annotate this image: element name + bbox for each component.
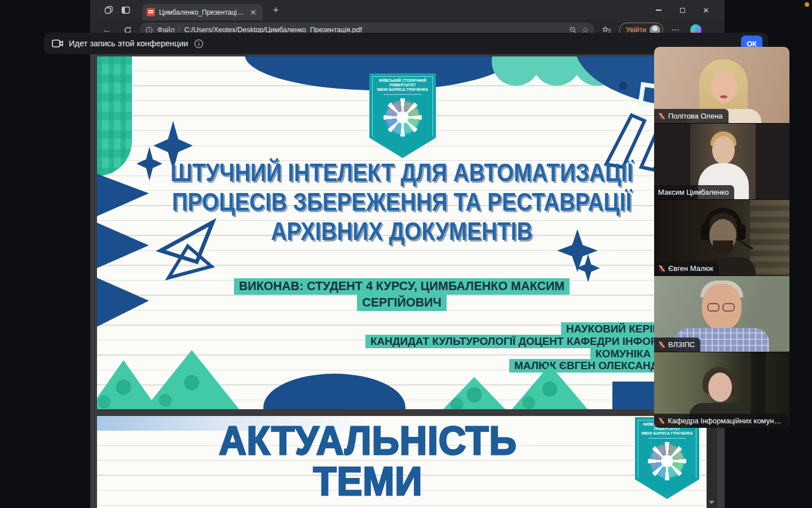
author-block: ВИКОНАВ: СТУДЕНТ 4 КУРСУ, ЦИМБАЛЕНКО МАК… <box>97 278 707 311</box>
shield-divider <box>383 94 422 95</box>
recording-banner-text: Идет запись этой конференции <box>69 39 188 48</box>
starburst-emblem-icon <box>647 441 687 481</box>
participant-name: Кафедра Інформаційних комуніка... <box>668 417 782 425</box>
window-controls: ✕ <box>649 3 725 17</box>
minimize-icon[interactable] <box>649 3 668 17</box>
participant-tile[interactable]: ВЛЗІПС <box>654 275 789 352</box>
new-tab-icon[interactable]: + <box>270 5 283 16</box>
active-tab[interactable]: Цимбаленко_Презентація.pdf ✕ <box>142 4 263 20</box>
slide2-title-line: ТЕМИ <box>108 461 628 502</box>
participant-tile[interactable]: Політова Олена <box>654 47 789 123</box>
participant-name-tag: ВЛЗІПС <box>654 338 700 352</box>
banner-info-icon[interactable] <box>194 39 204 49</box>
university-shield-logo: КИЇВСЬКИЙ СТОЛИЧНИЙ УНІВЕРСИТЕТ ІМЕНІ БО… <box>369 73 436 158</box>
supervisor-line: МАЛЮК ЄВГЕН ОЛЕКСАНДРО <box>509 359 678 373</box>
decoration-navy-mound <box>263 374 405 409</box>
slide-title-line: ПРОЦЕСІВ ЗБЕРЕЖЕННЯ ТА РЕСТАВРАЦІЇ <box>140 187 664 217</box>
participant-name-tag: Політова Олена <box>654 109 729 123</box>
scroll-down-icon[interactable] <box>709 501 714 504</box>
decoration-mountain <box>97 360 158 409</box>
university-shield-logo: КИЇВСЬКИЙ СТОЛИЧНИЙ УНІВЕРСИТЕТ ІМЕНІ БО… <box>635 417 699 499</box>
participant-name: Максим Цимбаленко <box>658 188 729 196</box>
muted-mic-icon <box>658 265 665 272</box>
recording-camera-icon <box>52 40 63 47</box>
muted-mic-icon <box>658 417 665 424</box>
author-line: СЕРГІЙОВИЧ <box>357 295 447 311</box>
zoom-screen-share-view: Цимбаленко_Презентація.pdf ✕ + ✕ ← Файл <box>0 0 812 508</box>
participant-name-tag: Максим Цимбаленко <box>654 185 734 199</box>
participant-name-tag: Кафедра Інформаційних комуніка... <box>654 414 787 428</box>
recording-indicator-dot <box>805 2 809 7</box>
slide-title: ШТУЧНИЙ ІНТЕЛЕКТ ДЛЯ АВТОМАТИЗАЦІЇ ПРОЦЕ… <box>97 158 707 246</box>
slide-title-line: ШТУЧНИЙ ІНТЕЛЕКТ ДЛЯ АВТОМАТИЗАЦІЇ <box>140 158 664 187</box>
pdf-page-2: АКТУАЛЬНІСТЬ ТЕМИ КИЇВСЬКИЙ СТОЛИЧНИЙ УН… <box>97 416 707 508</box>
slide2-title-line: АКТУАЛЬНІСТЬ <box>108 421 628 461</box>
browser-window: Цимбаленко_Презентація.pdf ✕ + ✕ ← Файл <box>90 0 725 508</box>
workspaces-icon[interactable] <box>100 3 117 17</box>
participant-tile[interactable]: Кафедра Інформаційних комуніка... <box>654 352 789 428</box>
participant-name: Євген Малюк <box>668 264 713 273</box>
starburst-emblem-icon <box>382 97 423 138</box>
slide2-title: АКТУАЛЬНІСТЬ ТЕМИ <box>108 421 628 502</box>
participant-tile-active-speaker[interactable]: Максим Цимбаленко <box>654 123 789 199</box>
participant-name: Політова Олена <box>668 112 723 120</box>
muted-mic-icon <box>658 341 665 348</box>
tab-actions-icon[interactable] <box>117 3 134 17</box>
close-icon[interactable]: ✕ <box>696 3 716 17</box>
slide-title-line: АРХІВНИХ ДОКУМЕНТІВ <box>140 217 664 246</box>
participant-name: ВЛЗІПС <box>668 340 695 349</box>
maximize-icon[interactable] <box>673 3 692 17</box>
university-name: КИЇВСЬКИЙ СТОЛИЧНИЙ УНІВЕРСИТЕТ ІМЕНІ БО… <box>372 78 434 92</box>
decoration-mountain <box>443 377 505 409</box>
tab-close-icon[interactable]: ✕ <box>248 8 258 17</box>
muted-mic-icon <box>658 112 665 120</box>
tab-title: Цимбаленко_Презентація.pdf <box>159 8 244 16</box>
browser-tab-strip: Цимбаленко_Презентація.pdf ✕ + ✕ <box>90 0 725 20</box>
author-line: ВИКОНАВ: СТУДЕНТ 4 КУРСУ, ЦИМБАЛЕНКО МАК… <box>234 278 570 295</box>
participants-panel: Політова Олена Максим Цимбаленко Євген М… <box>654 47 789 428</box>
pdf-favicon-icon <box>147 8 155 16</box>
shield-divider <box>648 438 686 439</box>
decoration-mountain <box>144 350 239 409</box>
pdf-viewer: КИЇВСЬКИЙ СТОЛИЧНИЙ УНІВЕРСИТЕТ ІМЕНІ БО… <box>90 43 725 508</box>
participant-tile[interactable]: Євген Малюк <box>654 199 789 275</box>
pdf-page-1: КИЇВСЬКИЙ СТОЛИЧНИЙ УНІВЕРСИТЕТ ІМЕНІ БО… <box>97 56 707 409</box>
participant-name-tag: Євген Малюк <box>654 261 719 275</box>
supervisor-line: КАНДИДАТ КУЛЬТУРОЛОГІЇ ДОЦЕНТ КАФЕДРИ ІН… <box>365 335 698 348</box>
